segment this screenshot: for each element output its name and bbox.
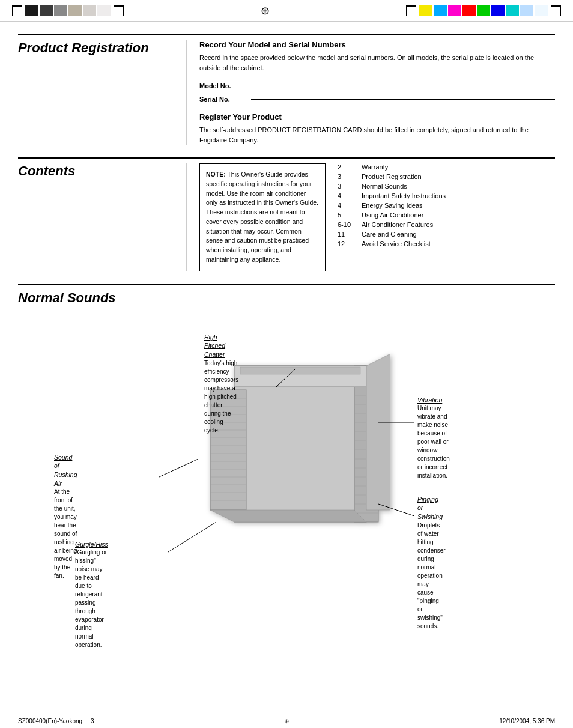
section-divider (186, 40, 187, 145)
reg-mark-tr-inner (114, 5, 124, 16)
product-registration-title: Product Registration (18, 40, 186, 56)
svg-rect-0 (234, 366, 366, 522)
pinging-desc: Droplets of water hitting condenser duri… (417, 521, 446, 631)
color-swatch-m (448, 5, 461, 16)
record-text: Record in the space provided below the m… (199, 53, 555, 73)
color-blocks-right (406, 5, 561, 16)
registration-content: Record Your Model and Serial Numbers Rec… (199, 40, 555, 145)
color-swatch-y (419, 5, 432, 16)
color-swatch-1 (25, 5, 38, 16)
color-swatch-2 (40, 5, 53, 16)
page-content: Product Registration Record Your Model a… (0, 22, 573, 606)
color-swatch-g (477, 5, 490, 16)
toc-row: 3Product Registration (338, 173, 446, 180)
model-label: Model No. (199, 82, 247, 89)
serial-line (251, 99, 555, 100)
toc-label: Care and Cleaning (362, 231, 417, 238)
contents-title: Contents (18, 163, 186, 179)
toc-label: Product Registration (362, 173, 422, 180)
toc-row: 4Important Safety Instructions (338, 192, 446, 199)
normal-sounds-title: Normal Sounds (18, 290, 186, 306)
footer-center: ⊕ (197, 718, 376, 724)
high-pitched-chatter-desc: Today's high efficiency compressors may … (204, 359, 238, 435)
register-your-product: Register Your Product The self-addressed… (199, 112, 555, 145)
contents-wrapper: NOTE: This Owner's Guide provides specif… (199, 163, 446, 271)
register-text: The self-addressed PRODUCT REGISTRATION … (199, 125, 555, 145)
footer-left: SZ000400(En)-Yaokong 3 (18, 718, 197, 724)
reg-mark-tr (406, 5, 416, 16)
footer-page-num-left: 3 (91, 718, 94, 724)
color-swatch-4 (68, 5, 82, 16)
reg-mark-tl (12, 5, 22, 16)
toc-num: 2 (338, 163, 362, 171)
contents-header: Contents NOTE: This Owner's Guide provid… (18, 157, 555, 271)
toc-num: 3 (338, 173, 362, 180)
serial-field-row: Serial No. (199, 96, 555, 103)
toc-row: 5Using Air Conditioner (338, 211, 446, 219)
toc-label: Using Air Conditioner (362, 211, 423, 219)
toc-row: 3Normal Sounds (338, 183, 446, 190)
toc-label: Avoid Service Checklist (362, 240, 431, 247)
toc-row: 4Energy Saving Ideas (338, 202, 446, 209)
toc-num: 4 (338, 192, 362, 199)
crosshair-center: ⊕ (124, 4, 406, 17)
page-footer: SZ000400(En)-Yaokong 3 ⊕ 12/10/2004, 5:3… (0, 714, 573, 728)
high-pitched-chatter-title: High Pitched Chatter (204, 333, 238, 359)
toc-row: 11Care and Cleaning (338, 231, 446, 238)
sounds-diagram: High Pitched Chatter Today's high effici… (18, 318, 555, 582)
color-swatch-6 (97, 5, 111, 16)
toc-num: 12 (338, 240, 362, 247)
toc-label: Air Conditioner Features (362, 221, 433, 228)
product-registration-section: Product Registration Record Your Model a… (18, 34, 555, 145)
reg-mark-tr2 (551, 5, 561, 16)
toc-label: Energy Saving Ideas (362, 202, 423, 209)
vibration-desc: Unit may vibrate and make noise because … (417, 404, 450, 480)
color-swatch-r (462, 5, 476, 16)
color-swatch-w (535, 5, 548, 16)
contents-note: NOTE: This Owner's Guide provides specif… (199, 163, 326, 271)
toc-num: 11 (338, 231, 362, 238)
note-bold: NOTE: (206, 171, 226, 178)
vibration-title: Vibration (417, 396, 450, 405)
toc-num: 5 (338, 211, 362, 219)
crosshair-icon: ⊕ (261, 4, 270, 17)
register-subtitle: Register Your Product (199, 112, 555, 121)
contents-section: Contents NOTE: This Owner's Guide provid… (18, 157, 555, 271)
toc-label: Warranty (362, 163, 388, 171)
rushing-air-title: Sound of Rushing Air (54, 453, 77, 488)
product-registration-header: Product Registration Record Your Model a… (18, 34, 555, 145)
model-line (251, 86, 555, 86)
color-blocks-left (12, 5, 124, 16)
svg-marker-36 (366, 354, 390, 510)
toc-num: 3 (338, 183, 362, 190)
color-swatch-b (491, 5, 505, 16)
footer-date: 12/10/2004, 5:36 PM (499, 718, 555, 724)
svg-marker-35 (210, 510, 366, 522)
color-swatch-5 (83, 5, 96, 16)
color-swatch-3 (54, 5, 67, 16)
svg-rect-34 (240, 367, 360, 374)
color-swatch-lb (520, 5, 533, 16)
footer-doc-id: SZ000400(En)-Yaokong (18, 718, 82, 724)
toc-row: 6-10Air Conditioner Features (338, 221, 446, 228)
footer-right: 12/10/2004, 5:36 PM (376, 718, 555, 724)
toc-row: 12Avoid Service Checklist (338, 240, 446, 247)
note-text: This Owner's Guide provides specific ope… (206, 171, 318, 263)
model-field-row: Model No. (199, 82, 555, 89)
normal-sounds-section: Normal Sounds (18, 284, 555, 582)
toc-num: 6-10 (338, 221, 362, 228)
record-subtitle: Record Your Model and Serial Numbers (199, 40, 555, 49)
gurgle-desc: "Gurgling or hissing" noise may be heard… (75, 548, 108, 649)
footer-crosshair: ⊕ (284, 718, 289, 724)
serial-label: Serial No. (199, 96, 247, 103)
normal-sounds-header: Normal Sounds (18, 284, 555, 306)
toc-label: Important Safety Instructions (362, 192, 446, 199)
toc-num: 4 (338, 202, 362, 209)
color-swatch-cb (506, 5, 519, 16)
pinging-title: Pinging or Swishing (417, 495, 446, 521)
toc-row: 2Warranty (338, 163, 446, 171)
gurgle-title: Gurgle/Hiss (75, 540, 108, 549)
toc-table: 2Warranty3Product Registration3Normal So… (338, 163, 446, 271)
rushing-air-desc: At the front of the unit, you may hear t… (54, 488, 77, 580)
top-bar: ⊕ (0, 0, 573, 22)
